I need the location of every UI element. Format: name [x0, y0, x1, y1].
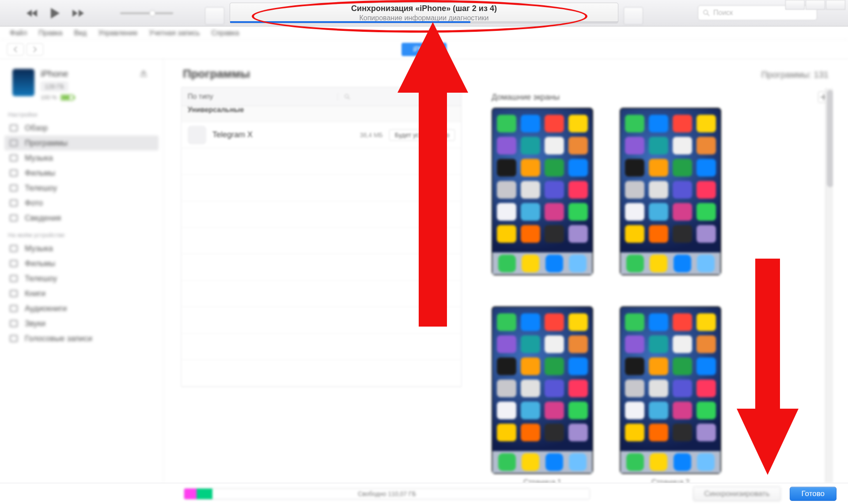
- scrollbar-thumb[interactable]: [827, 90, 833, 187]
- table-row: [182, 175, 461, 201]
- bottom-bar: Свободно 110,07 ГБ Синхронизировать Гото…: [0, 483, 848, 504]
- lcd-right-button[interactable]: [624, 7, 643, 25]
- table-row: [182, 307, 461, 334]
- sort-select[interactable]: По типу: [182, 93, 338, 101]
- summary-icon: [9, 123, 19, 133]
- sync-button[interactable]: Синхронизировать: [693, 486, 780, 501]
- sidebar-settings-item-3[interactable]: Фильмы: [4, 165, 159, 181]
- sidebar-settings-item-2[interactable]: Музыка: [4, 150, 159, 165]
- window-controls: [785, 0, 845, 11]
- app-menu-bar: Файл Правка Вид Управление Учетная запис…: [0, 26, 848, 40]
- sidebar-item-label: Фильмы: [25, 169, 55, 178]
- sidebar-settings-item-6[interactable]: Сведения: [4, 211, 159, 226]
- sidebar-item-label: Фильмы: [25, 259, 55, 268]
- app-name: Telegram X: [212, 130, 354, 139]
- next-track-button[interactable]: [72, 8, 84, 19]
- nav-forward-button[interactable]: [26, 43, 43, 56]
- sidebar-ondevice-item-2[interactable]: Телешоу: [4, 271, 159, 286]
- storage-segment: [184, 489, 197, 499]
- svg-point-16: [345, 94, 348, 98]
- svg-rect-3: [10, 140, 17, 146]
- sidebar-ondevice-item-0[interactable]: Музыка: [4, 241, 159, 256]
- sidebar-item-label: Телешоу: [25, 274, 57, 283]
- table-row: [182, 281, 461, 307]
- device-name: iPhone: [41, 69, 74, 79]
- menu-edit[interactable]: Правка: [38, 29, 62, 37]
- movies-icon: [9, 259, 19, 268]
- eject-button[interactable]: [139, 69, 151, 80]
- menu-help[interactable]: Справка: [212, 29, 239, 37]
- sidebar-settings-item-5[interactable]: Фото: [4, 196, 159, 211]
- device-tab-button[interactable]: iPhone: [401, 43, 447, 56]
- page-title: Программы: [183, 67, 250, 81]
- audiobooks-icon: [9, 304, 19, 313]
- app-action-label: Будет установлено: [395, 132, 449, 139]
- apps-search-input[interactable]: [338, 94, 461, 100]
- sidebar-ondevice-item-3[interactable]: Книги: [4, 286, 159, 301]
- svg-rect-7: [10, 200, 17, 206]
- apps-icon: [9, 138, 19, 148]
- home-screen[interactable]: Страница 2: [620, 306, 721, 483]
- sidebar-settings-item-4[interactable]: Телешоу: [4, 181, 159, 196]
- window-minimize-button[interactable]: [785, 0, 805, 10]
- play-button[interactable]: [49, 8, 61, 19]
- lcd-left-button[interactable]: [205, 7, 224, 25]
- menu-controls[interactable]: Управление: [98, 29, 137, 37]
- svg-rect-11: [10, 275, 17, 282]
- table-row: [182, 228, 461, 254]
- eject-icon: [139, 69, 148, 78]
- sidebar-item-label: Музыка: [25, 244, 53, 253]
- svg-rect-15: [10, 335, 17, 342]
- menu-file[interactable]: Файл: [10, 29, 27, 37]
- window-maximize-button[interactable]: [806, 0, 825, 10]
- sidebar-item-label: Звуки: [25, 319, 45, 328]
- sidebar-item-label: Книги: [25, 289, 45, 298]
- table-row: [182, 360, 461, 387]
- menu-account[interactable]: Учетная запись: [149, 29, 200, 37]
- app-row[interactable]: Telegram X 38,4 МБ Будет установлено: [182, 122, 461, 148]
- home-screens-title: Домашние экраны: [492, 93, 560, 102]
- chevron-left-icon: [13, 46, 18, 53]
- sidebar-settings-item-0[interactable]: Обзор: [4, 120, 159, 135]
- sidebar-settings-item-1[interactable]: Программы: [4, 135, 159, 150]
- device-tab-label: iPhone: [413, 45, 435, 53]
- apps-group-header: Универсальные: [182, 106, 461, 122]
- menu-view[interactable]: Вид: [74, 29, 87, 37]
- sidebar-ondevice-item-5[interactable]: Звуки: [4, 316, 159, 331]
- sidebar-item-label: Музыка: [25, 154, 53, 163]
- sidebar-item-label: Телешоу: [25, 184, 57, 193]
- table-row: [182, 334, 461, 360]
- sidebar-section-settings: Настройки: [8, 111, 155, 118]
- home-screen-label: Страница 1: [523, 478, 561, 483]
- nav-back-button[interactable]: [7, 43, 24, 56]
- app-action-button[interactable]: Будет установлено: [389, 129, 455, 141]
- chevron-right-icon: [33, 46, 37, 53]
- sidebar-ondevice-item-4[interactable]: Аудиокниги: [4, 301, 159, 316]
- sidebar-item-label: Сведения: [25, 214, 61, 223]
- sidebar-ondevice-item-6[interactable]: Голосовые записи: [4, 331, 159, 346]
- scrollbar[interactable]: [825, 88, 833, 483]
- device-capacity: 128 ГБ: [41, 82, 68, 91]
- music-icon: [9, 153, 19, 163]
- svg-rect-10: [10, 260, 17, 267]
- home-screen[interactable]: [492, 108, 593, 280]
- home-screen[interactable]: Страница 1: [492, 306, 593, 483]
- sidebar-ondevice-item-1[interactable]: Фильмы: [4, 256, 159, 271]
- storage-free-label: Свободно 110,07 ГБ: [358, 490, 416, 497]
- svg-line-1: [707, 14, 709, 16]
- done-button[interactable]: Готово: [790, 487, 837, 501]
- status-lcd: Синхронизация «iPhone» (шаг 2 из 4) Копи…: [230, 3, 618, 23]
- apps-count: Программы: 131: [761, 70, 829, 80]
- sort-select-label: По типу: [188, 93, 213, 100]
- home-screen[interactable]: [620, 108, 721, 280]
- player-bar: Синхронизация «iPhone» (шаг 2 из 4) Копи…: [0, 0, 848, 26]
- app-icon: [188, 126, 206, 144]
- battery-icon: [61, 94, 74, 101]
- prev-track-button[interactable]: [26, 8, 38, 19]
- svg-rect-14: [10, 320, 17, 327]
- window-close-button[interactable]: [826, 0, 845, 10]
- sidebar-item-label: Программы: [25, 139, 68, 148]
- sidebar-item-label: Голосовые записи: [25, 334, 92, 343]
- sync-button-label: Синхронизировать: [704, 489, 769, 498]
- volume-slider[interactable]: [120, 12, 173, 14]
